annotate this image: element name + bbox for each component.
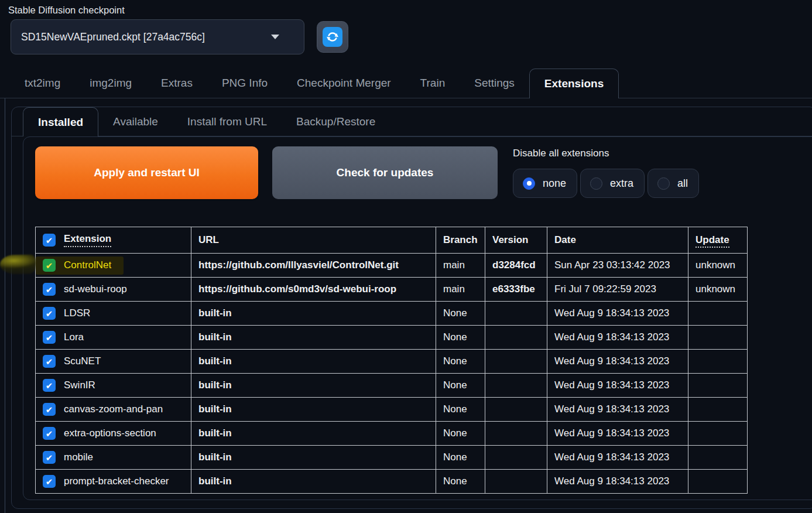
table-row: ✔ Lora built-in None Wed Aug 9 18:34:13 … — [36, 326, 748, 350]
extension-branch: None — [436, 302, 485, 326]
extensions-panel: Installed Available Install from URL Bac… — [5, 98, 812, 513]
select-all-checkbox[interactable]: ✔ — [43, 234, 56, 247]
row-checkbox[interactable]: ✔ — [43, 331, 56, 344]
row-checkbox[interactable]: ✔ — [43, 451, 56, 464]
checkpoint-dropdown[interactable]: SD15NewVAEpruned.ckpt [27a4ac756c] — [11, 19, 304, 54]
row-checkbox[interactable]: ✔ — [43, 427, 56, 440]
row-checkbox[interactable]: ✔ — [43, 259, 56, 272]
row-checkbox[interactable]: ✔ — [43, 475, 56, 488]
check-icon: ✔ — [46, 261, 53, 270]
extension-date: Wed Aug 9 18:34:13 2023 — [547, 398, 688, 422]
extension-branch: None — [436, 350, 485, 374]
column-header-branch: Branch — [436, 227, 485, 254]
extension-name: LDSR — [64, 307, 90, 319]
radio-circle-icon — [590, 177, 602, 190]
check-icon: ✔ — [46, 285, 53, 294]
extension-version — [485, 350, 547, 374]
subtab-installed[interactable]: Installed — [23, 107, 98, 136]
caret-down-icon — [271, 35, 279, 39]
disable-extensions-radio-group: none extra all — [513, 169, 699, 198]
extension-url: https://github.com/s0md3v/sd-webui-roop — [191, 278, 436, 302]
extension-update — [688, 374, 748, 398]
check-updates-button[interactable]: Check for updates — [272, 146, 498, 199]
radio-all[interactable]: all — [647, 169, 699, 198]
extension-branch: main — [436, 278, 485, 302]
extension-name: SwinIR — [64, 379, 95, 391]
row-checkbox[interactable]: ✔ — [43, 307, 56, 320]
extension-version — [485, 446, 547, 470]
row-checkbox[interactable]: ✔ — [43, 403, 56, 416]
extension-update — [688, 470, 748, 494]
radio-none[interactable]: none — [513, 169, 577, 198]
extension-date: Wed Aug 9 18:34:13 2023 — [547, 374, 688, 398]
radio-none-label: none — [543, 177, 566, 190]
check-icon: ✔ — [46, 357, 53, 366]
subtab-install-from-url[interactable]: Install from URL — [173, 107, 282, 136]
radio-circle-icon — [657, 177, 670, 190]
extension-name: prompt-bracket-checker — [64, 476, 169, 487]
extensions-table: ✔ Extension URL Branch Version Date Upda… — [35, 227, 748, 494]
column-header-extension[interactable]: Extension — [64, 233, 111, 247]
extension-update — [688, 302, 748, 326]
extension-url: built-in — [191, 398, 436, 422]
extensions-subtabs-container: Installed Available Install from URL Bac… — [11, 107, 812, 509]
table-row: ✔ mobile built-in None Wed Aug 9 18:34:1… — [36, 446, 748, 470]
subtab-available[interactable]: Available — [98, 107, 173, 136]
check-icon: ✔ — [46, 309, 53, 318]
extension-name: Lora — [64, 331, 84, 343]
tab-train[interactable]: Train — [406, 69, 460, 98]
column-header-update[interactable]: Update — [695, 234, 729, 248]
extension-name: sd-webui-roop — [64, 283, 127, 295]
extension-date: Wed Aug 9 18:34:13 2023 — [547, 446, 688, 470]
extension-date: Wed Aug 9 18:34:13 2023 — [547, 350, 688, 374]
extension-version — [485, 326, 547, 350]
extension-name: ScuNET — [64, 355, 101, 367]
tab-png-info[interactable]: PNG Info — [207, 69, 282, 98]
extension-url: built-in — [191, 350, 436, 374]
table-row: ✔ ScuNET built-in None Wed Aug 9 18:34:1… — [36, 350, 748, 374]
extension-update — [688, 422, 748, 446]
extension-url: built-in — [191, 326, 436, 350]
extension-date: Wed Aug 9 18:34:13 2023 — [547, 470, 688, 494]
tab-extras[interactable]: Extras — [146, 69, 207, 98]
extension-version — [485, 470, 547, 494]
radio-extra-label: extra — [610, 177, 633, 190]
sub-tab-bar: Installed Available Install from URL Bac… — [12, 107, 812, 136]
extension-branch: None — [436, 326, 485, 350]
row-checkbox[interactable]: ✔ — [43, 379, 56, 392]
extension-date: Sun Apr 23 03:13:42 2023 — [547, 254, 688, 278]
extension-url: built-in — [191, 302, 436, 326]
extension-date: Wed Aug 9 18:34:13 2023 — [547, 422, 688, 446]
extension-version: d3284fcd — [485, 254, 547, 278]
extension-branch: None — [436, 446, 485, 470]
column-header-url: URL — [191, 227, 436, 254]
tab-txt2img[interactable]: txt2img — [10, 69, 75, 98]
tab-extensions[interactable]: Extensions — [529, 69, 619, 98]
extension-date: Fri Jul 7 09:22:59 2023 — [547, 278, 688, 302]
table-row: ✔ SwinIR built-in None Wed Aug 9 18:34:1… — [36, 374, 748, 398]
refresh-checkpoint-button[interactable] — [317, 21, 348, 53]
table-row: ✔ prompt-bracket-checker built-in None W… — [36, 470, 748, 494]
tab-img2img[interactable]: img2img — [75, 69, 146, 98]
tab-settings[interactable]: Settings — [460, 69, 529, 98]
installed-toolbar: Apply and restart UI Check for updates D… — [35, 146, 808, 199]
extension-branch: None — [436, 422, 485, 446]
radio-extra[interactable]: extra — [580, 169, 645, 198]
extension-update — [688, 350, 748, 374]
check-icon: ✔ — [46, 429, 53, 438]
extension-name: ControlNet — [64, 259, 111, 271]
row-checkbox[interactable]: ✔ — [43, 283, 56, 296]
tab-checkpoint-merger[interactable]: Checkpoint Merger — [282, 69, 406, 98]
check-icon: ✔ — [46, 453, 53, 462]
table-row: ✔ sd-webui-roop https://github.com/s0md3… — [36, 278, 748, 302]
extension-update: unknown — [688, 254, 748, 278]
row-checkbox[interactable]: ✔ — [43, 355, 56, 368]
apply-restart-button[interactable]: Apply and restart UI — [35, 146, 258, 199]
check-icon: ✔ — [46, 381, 53, 390]
subtab-backup-restore[interactable]: Backup/Restore — [282, 107, 390, 136]
extension-version — [485, 422, 547, 446]
table-row: ✔ ControlNet https://github.com/lllyasvi… — [36, 254, 748, 278]
extension-update: unknown — [688, 278, 748, 302]
extensions-table-body: ✔ ControlNet https://github.com/lllyasvi… — [36, 254, 748, 494]
disable-extensions-block: Disable all extensions none extra all — [513, 146, 699, 198]
